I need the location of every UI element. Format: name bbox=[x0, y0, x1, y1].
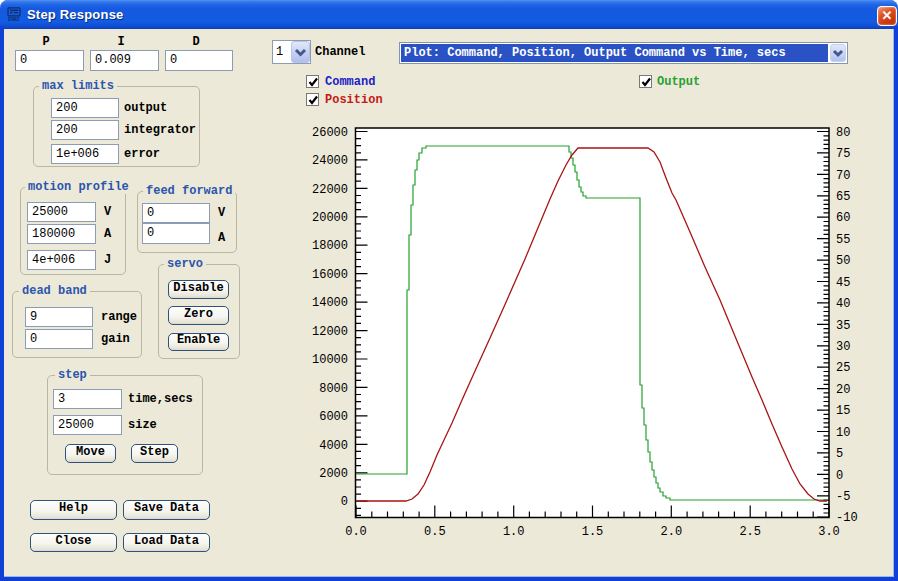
svg-text:50: 50 bbox=[836, 254, 850, 268]
svg-text:2000: 2000 bbox=[319, 467, 348, 481]
svg-text:20: 20 bbox=[836, 383, 850, 397]
svg-text:30: 30 bbox=[836, 340, 850, 354]
svg-text:0.5: 0.5 bbox=[424, 525, 446, 539]
svg-text:1.5: 1.5 bbox=[582, 525, 604, 539]
svg-text:0: 0 bbox=[836, 469, 843, 483]
svg-text:6000: 6000 bbox=[319, 410, 348, 424]
svg-text:14000: 14000 bbox=[312, 296, 348, 310]
svg-text:4000: 4000 bbox=[319, 439, 348, 453]
svg-text:10000: 10000 bbox=[312, 353, 348, 367]
svg-text:12000: 12000 bbox=[312, 325, 348, 339]
svg-text:24000: 24000 bbox=[312, 154, 348, 168]
svg-text:-10: -10 bbox=[836, 511, 858, 525]
svg-text:20000: 20000 bbox=[312, 211, 348, 225]
svg-text:2.0: 2.0 bbox=[660, 525, 682, 539]
svg-text:35: 35 bbox=[836, 319, 850, 333]
svg-text:70: 70 bbox=[836, 169, 850, 183]
svg-text:0: 0 bbox=[341, 495, 348, 509]
svg-text:25: 25 bbox=[836, 361, 850, 375]
svg-text:60: 60 bbox=[836, 211, 850, 225]
svg-text:22000: 22000 bbox=[312, 183, 348, 197]
svg-text:8000: 8000 bbox=[319, 382, 348, 396]
svg-text:10: 10 bbox=[836, 426, 850, 440]
svg-text:55: 55 bbox=[836, 233, 850, 247]
svg-text:65: 65 bbox=[836, 190, 850, 204]
svg-text:16000: 16000 bbox=[312, 268, 348, 282]
svg-text:45: 45 bbox=[836, 276, 850, 290]
svg-text:5: 5 bbox=[836, 447, 843, 461]
svg-text:80: 80 bbox=[836, 126, 850, 140]
svg-text:0.0: 0.0 bbox=[345, 525, 367, 539]
svg-text:26000: 26000 bbox=[312, 126, 348, 140]
svg-text:75: 75 bbox=[836, 147, 850, 161]
svg-text:3.0: 3.0 bbox=[818, 525, 840, 539]
svg-text:1.0: 1.0 bbox=[503, 525, 525, 539]
svg-text:18000: 18000 bbox=[312, 239, 348, 253]
svg-text:2.5: 2.5 bbox=[739, 525, 761, 539]
svg-text:40: 40 bbox=[836, 297, 850, 311]
svg-text:-5: -5 bbox=[836, 490, 850, 504]
svg-text:15: 15 bbox=[836, 404, 850, 418]
